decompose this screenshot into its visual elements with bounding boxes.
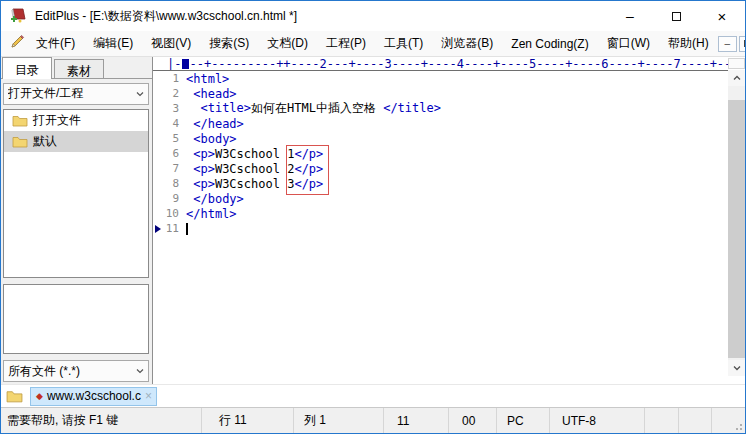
resize-grip[interactable] [733, 421, 743, 431]
mdi-restore-button[interactable] [739, 36, 746, 52]
code-line-7[interactable]: 7 <p>W3Cschool 2</p> [153, 161, 745, 176]
sidebar: 目录 素材 打开文件/工程 打开文件 [1, 57, 153, 384]
scroll-down-button[interactable] [728, 360, 745, 376]
file-tab-label: www.w3cschool.c [47, 389, 141, 403]
file-project-dropdown-value: 打开文件/工程 [8, 85, 136, 102]
file-filter-dropdown[interactable]: 所有文件 (*.*) [3, 360, 149, 382]
line-number: 6 [162, 147, 179, 160]
red-annotation-box [286, 145, 329, 195]
maximize-icon [672, 12, 681, 21]
current-line-marker-icon [153, 225, 162, 233]
menu-bar: 文件(F)编辑(E)视图(V)搜索(S)文档(D)工程(P)工具(T)浏览器(B… [1, 31, 745, 57]
text-caret [186, 223, 188, 235]
tree-item-open-files[interactable]: 打开文件 [4, 110, 148, 131]
line-number: 10 [162, 207, 179, 220]
menu-item-7[interactable]: 浏览器(B) [432, 31, 502, 56]
menu-item-6[interactable]: 工具(T) [375, 31, 432, 56]
code-text: <body> [179, 132, 237, 146]
minimize-button[interactable]: – [607, 1, 653, 31]
code-lines[interactable]: 1<html>2 <head>3 <title>如何在HTML中插入空格 </t… [153, 71, 745, 236]
status-char-count: 11 [384, 408, 449, 433]
scroll-up-button[interactable] [728, 70, 745, 86]
ruler-cursor-block [182, 59, 189, 69]
code-text: <title>如何在HTML中插入空格 </title> [179, 100, 441, 117]
mdi-minimize-icon: – [724, 38, 730, 49]
menu-item-8[interactable]: Zen Coding(Z) [502, 31, 597, 56]
menu-item-4[interactable]: 文档(D) [258, 31, 317, 56]
line-number: 9 [162, 192, 179, 205]
scrollbar-thumb[interactable] [728, 100, 745, 358]
file-project-dropdown[interactable]: 打开文件/工程 [3, 83, 149, 105]
code-line-6[interactable]: 6 <p>W3Cschool 1</p> [153, 146, 745, 161]
editor-pane[interactable]: |---+---------++----2---+----3----+----4… [153, 57, 745, 384]
code-line-1[interactable]: 1<html> [153, 71, 745, 86]
secondary-panel [3, 284, 149, 354]
status-line-ending: PC [497, 408, 550, 433]
tab-cliptext[interactable]: 素材 [54, 59, 104, 78]
tab-close-icon[interactable]: × [145, 389, 152, 403]
menu-item-3[interactable]: 搜索(S) [200, 31, 258, 56]
menu-item-10[interactable]: 帮助(H) [659, 31, 718, 56]
code-line-4[interactable]: 4 </head> [153, 116, 745, 131]
line-number: 4 [162, 117, 179, 130]
tab-directory-label: 目录 [15, 63, 39, 77]
folder-icon [12, 114, 28, 127]
sidebar-tabs: 目录 素材 [1, 57, 152, 79]
status-encoding: UTF-8 [550, 408, 645, 433]
tab-cliptext-label: 素材 [67, 64, 91, 78]
code-text: <html> [179, 72, 229, 86]
minimize-icon: – [626, 11, 634, 21]
pencil-document-icon [9, 34, 25, 54]
code-line-11[interactable]: 11 [153, 221, 745, 236]
tab-directory[interactable]: 目录 [2, 57, 52, 79]
file-tab-active[interactable]: ◆ www.w3cschool.c × [30, 387, 157, 406]
line-number: 8 [162, 177, 179, 190]
menu-item-1[interactable]: 编辑(E) [84, 31, 142, 56]
modified-indicator-icon: ◆ [36, 392, 43, 401]
file-tab-bar: ◆ www.w3cschool.c × [1, 384, 745, 407]
menu-item-9[interactable]: 窗口(W) [598, 31, 659, 56]
ruler-marks: --+---------++----2---+----3----+----4--… [189, 57, 738, 71]
code-line-3[interactable]: 3 <title>如何在HTML中插入空格 </title> [153, 101, 745, 116]
file-filter-dropdown-value: 所有文件 (*.*) [8, 363, 136, 380]
maximize-button[interactable] [653, 1, 699, 31]
close-icon: × [718, 8, 727, 25]
tree-item-default[interactable]: 默认 [4, 131, 148, 152]
status-line: 行 11 [202, 408, 294, 433]
file-tree-panel: 打开文件 默认 [3, 109, 149, 279]
status-hex: 00 [449, 408, 497, 433]
title-bar: EditPlus - [E:\数据资料\www.w3cschool.cn.htm… [1, 1, 745, 31]
code-line-8[interactable]: 8 <p>W3Cschool 3</p> [153, 176, 745, 191]
menu-item-2[interactable]: 视图(V) [142, 31, 200, 56]
menu-item-0[interactable]: 文件(F) [27, 31, 84, 56]
line-number: 1 [162, 72, 179, 85]
scrollbar-track[interactable] [728, 86, 745, 360]
line-number: 7 [162, 162, 179, 175]
status-bar: 需要帮助, 请按 F1 键行 11列 11100PCUTF-8 [1, 407, 745, 433]
mdi-window-controls: – × [718, 36, 746, 52]
close-button[interactable]: × [699, 1, 745, 31]
vertical-scrollbar[interactable] [728, 58, 745, 376]
status-help-message: 需要帮助, 请按 F1 键 [1, 408, 202, 433]
folder-icon [6, 389, 23, 403]
folder-icon [12, 135, 28, 148]
code-text: </head> [179, 117, 244, 131]
line-number: 5 [162, 132, 179, 145]
code-line-5[interactable]: 5 <body> [153, 131, 745, 146]
tree-item-label: 默认 [33, 133, 57, 150]
code-line-2[interactable]: 2 <head> [153, 86, 745, 101]
editplus-app-icon [9, 8, 27, 24]
code-text [179, 222, 188, 236]
code-text: <head> [179, 87, 237, 101]
menu-item-5[interactable]: 工程(P) [317, 31, 375, 56]
line-number: 2 [162, 87, 179, 100]
status-column: 列 1 [294, 408, 384, 433]
code-text: </body> [179, 192, 244, 206]
code-line-9[interactable]: 9 </body> [153, 191, 745, 206]
code-line-10[interactable]: 10</html> [153, 206, 745, 221]
line-number: 3 [162, 102, 179, 115]
column-ruler: |---+---------++----2---+----3----+----4… [153, 57, 745, 71]
mdi-minimize-button[interactable]: – [718, 36, 737, 52]
code-text: </html> [179, 207, 237, 221]
chevron-up-icon [733, 74, 741, 82]
